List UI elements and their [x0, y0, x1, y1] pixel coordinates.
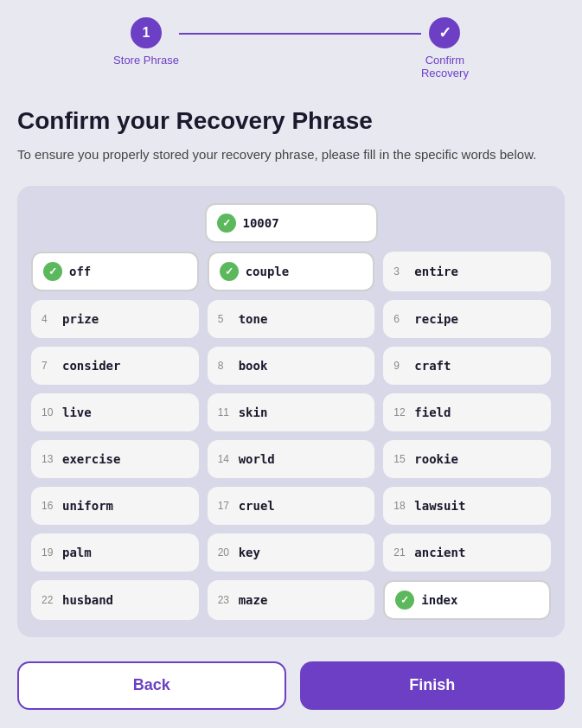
phrase-item-17: 17cruel — [208, 487, 375, 525]
phrase-item-8: 8book — [208, 347, 375, 385]
phrase-item-19: 19palm — [31, 533, 199, 572]
phrase-grid: ✓off✓couple3entire4prize5tone6recipe7con… — [31, 252, 551, 620]
phrase-item-4: 4prize — [31, 300, 199, 338]
phrase-word: off — [69, 265, 91, 278]
back-button[interactable]: Back — [17, 661, 286, 710]
phrase-item-14: 14world — [208, 440, 375, 478]
phrase-item-3: 3entire — [383, 252, 551, 291]
phrase-num: 14 — [218, 453, 232, 465]
phrase-word: couple — [246, 265, 290, 278]
phrase-word: prize — [62, 312, 99, 326]
phrase-card: ✓ 10007 ✓off✓couple3entire4prize5tone6re… — [17, 186, 565, 637]
phrase-item-15: 15rookie — [383, 440, 551, 478]
phrase-item-1: ✓off — [31, 252, 199, 291]
phrase-num: 12 — [393, 406, 407, 418]
phrase-word: book — [239, 359, 268, 373]
step-1-circle: 1 — [131, 17, 162, 48]
phrase-word: maze — [239, 593, 268, 607]
phrase-num: 8 — [218, 360, 232, 372]
phrase-word: ancient — [414, 546, 465, 559]
phrase-word: recipe — [414, 312, 458, 326]
phrase-item-2: ✓couple — [208, 252, 375, 291]
phrase-num: 16 — [42, 500, 55, 512]
phrase-item-16: 16uniform — [31, 487, 199, 525]
phrase-word: rookie — [414, 452, 458, 466]
phrase-num: 7 — [42, 360, 55, 372]
phrase-num: 19 — [42, 546, 55, 559]
step-2: Confirm Recovery — [421, 17, 469, 80]
phrase-num: 17 — [218, 500, 232, 512]
phrase-num: 9 — [393, 360, 407, 372]
step-1: 1 Store Phrase — [113, 17, 179, 67]
phrase-word: key — [239, 546, 260, 559]
phrase-item-21: 21ancient — [383, 533, 551, 572]
phrase-word: skin — [239, 406, 268, 419]
page-subtitle: To ensure you properly stored your recov… — [17, 145, 565, 165]
phrase-word: cruel — [239, 499, 275, 513]
phrase-word: exercise — [62, 452, 120, 466]
phrase-item-6: 6recipe — [383, 300, 551, 338]
check-badge: ✓ — [43, 262, 62, 281]
phrase-word: lawsuit — [414, 499, 465, 513]
phrase-item-10: 10live — [31, 393, 199, 431]
check-badge: ✓ — [395, 591, 414, 610]
phrase-num: 20 — [218, 546, 232, 559]
phrase-item-23: 23maze — [208, 580, 375, 620]
phrase-word: craft — [414, 359, 451, 373]
finish-button[interactable]: Finish — [300, 661, 566, 710]
phrase-word: index — [421, 593, 457, 607]
check-badge-special: ✓ — [217, 214, 236, 233]
phrase-word: husband — [62, 593, 113, 607]
phrase-item-special: ✓ 10007 — [205, 203, 378, 243]
phrase-item-22: 22husband — [31, 580, 199, 620]
button-row: Back Finish — [17, 661, 565, 710]
phrase-item-20: 20key — [208, 533, 375, 572]
phrase-item-18: 18lawsuit — [383, 487, 551, 525]
phrase-num: 4 — [42, 313, 55, 325]
phrase-num: 6 — [393, 313, 407, 325]
phrase-word: consider — [62, 359, 120, 373]
phrase-word: field — [414, 406, 451, 419]
check-badge: ✓ — [220, 262, 239, 281]
phrase-num: 23 — [218, 594, 232, 606]
phrase-num: 13 — [42, 453, 55, 465]
phrase-word: live — [62, 406, 92, 419]
phrase-item-13: 13exercise — [31, 440, 199, 478]
phrase-item-11: 11skin — [208, 393, 375, 431]
step-2-circle — [429, 17, 460, 48]
phrase-word: entire — [414, 265, 458, 278]
step-1-number: 1 — [143, 25, 150, 41]
step-1-label: Store Phrase — [113, 54, 179, 67]
phrase-num: 3 — [393, 265, 407, 278]
phrase-word: palm — [62, 546, 92, 559]
phrase-item-12: 12field — [383, 393, 551, 431]
phrase-num: 18 — [393, 500, 407, 512]
phrase-special-row: ✓ 10007 — [31, 203, 551, 243]
step-2-label: Confirm Recovery — [421, 54, 469, 80]
phrase-item-5: 5tone — [208, 300, 375, 338]
phrase-num: 21 — [393, 546, 407, 559]
phrase-word: tone — [239, 312, 268, 326]
phrase-num: 5 — [218, 313, 232, 325]
stepper: 1 Store Phrase Confirm Recovery — [17, 17, 565, 80]
phrase-word: world — [239, 452, 275, 466]
phrase-word-special: 10007 — [243, 216, 279, 230]
phrase-item-7: 7consider — [31, 347, 199, 385]
phrase-num: 10 — [42, 406, 55, 418]
phrase-item-24: ✓index — [383, 580, 551, 620]
phrase-word: uniform — [62, 499, 113, 513]
phrase-num: 11 — [218, 406, 232, 418]
step-connector — [179, 33, 421, 35]
phrase-item-9: 9craft — [383, 347, 551, 385]
phrase-num: 15 — [393, 453, 407, 465]
phrase-num: 22 — [42, 594, 55, 606]
page-title: Confirm your Recovery Phrase — [17, 107, 565, 135]
